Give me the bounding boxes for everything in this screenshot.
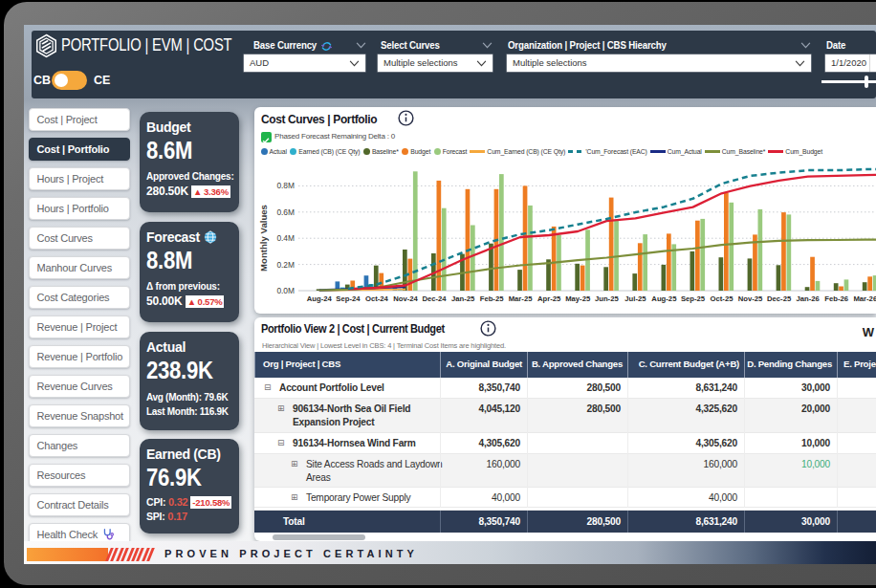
svg-text:Apr-25: Apr-25: [537, 294, 561, 303]
svg-text:Mar-25: Mar-25: [509, 294, 534, 303]
svg-text:Nov-24: Nov-24: [393, 294, 418, 303]
svg-text:Jun-25: Jun-25: [595, 294, 620, 303]
svg-text:Oct-24: Oct-24: [365, 294, 389, 303]
svg-text:Nov-25: Nov-25: [738, 294, 763, 303]
svg-text:Jul-25: Jul-25: [624, 294, 646, 303]
svg-text:0.8M: 0.8M: [276, 181, 295, 190]
svg-text:Sep-24: Sep-24: [336, 294, 361, 303]
svg-text:May-25: May-25: [565, 294, 591, 303]
svg-text:Feb-26: Feb-26: [824, 294, 848, 303]
svg-text:Dec-24: Dec-24: [422, 294, 447, 303]
svg-text:Aug-25: Aug-25: [651, 294, 677, 303]
svg-text:0.4M: 0.4M: [276, 233, 295, 243]
svg-text:Jan-25: Jan-25: [451, 294, 475, 303]
svg-text:Aug-24: Aug-24: [307, 294, 333, 303]
svg-text:0.6M: 0.6M: [276, 207, 295, 217]
svg-text:0.0M: 0.0M: [276, 286, 295, 295]
svg-text:Oct-25: Oct-25: [711, 294, 734, 303]
svg-text:Mar-26: Mar-26: [853, 294, 876, 303]
svg-text:Dec-25: Dec-25: [767, 294, 792, 303]
svg-text:Feb-25: Feb-25: [480, 294, 505, 303]
svg-text:0.2M: 0.2M: [276, 260, 295, 270]
svg-text:Monthly Values: Monthly Values: [258, 205, 269, 272]
svg-text:Sep-25: Sep-25: [681, 294, 706, 303]
svg-text:Jan-26: Jan-26: [797, 294, 820, 303]
